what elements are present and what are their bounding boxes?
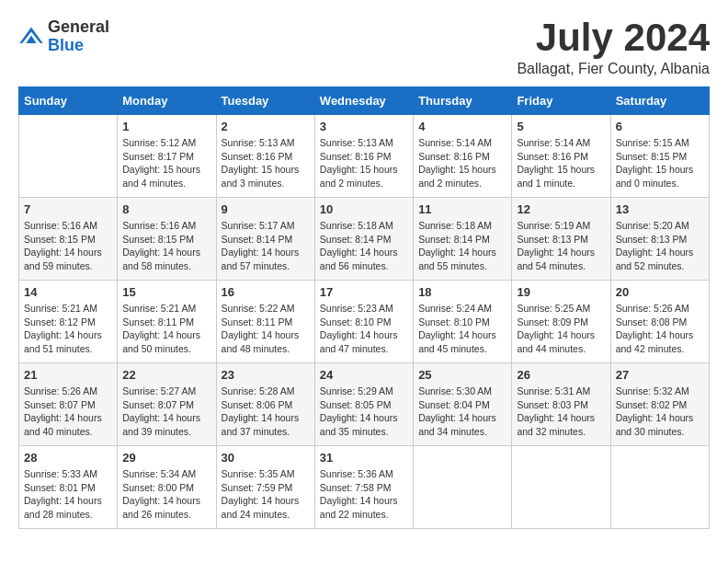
calendar-cell: 25Sunrise: 5:30 AMSunset: 8:04 PMDayligh… — [414, 363, 512, 446]
cell-line: and 40 minutes. — [24, 426, 93, 437]
calendar-cell — [414, 446, 512, 529]
cell-line: Daylight: 14 hours — [616, 412, 694, 423]
week-row-5: 28Sunrise: 5:33 AMSunset: 8:01 PMDayligh… — [19, 446, 710, 529]
calendar-header: SundayMondayTuesdayWednesdayThursdayFrid… — [19, 87, 710, 115]
cell-line: Daylight: 14 hours — [418, 412, 496, 423]
cell-line: Daylight: 14 hours — [517, 247, 595, 258]
day-number: 19 — [517, 285, 605, 299]
day-content: Sunrise: 5:17 AMSunset: 8:14 PMDaylight:… — [222, 219, 310, 273]
day-number: 10 — [320, 202, 408, 216]
calendar-cell: 24Sunrise: 5:29 AMSunset: 8:05 PMDayligh… — [314, 363, 413, 446]
cell-line: Sunrise: 5:28 AM — [222, 385, 295, 396]
day-content: Sunrise: 5:36 AMSunset: 7:58 PMDaylight:… — [320, 467, 408, 522]
day-content: Sunrise: 5:21 AMSunset: 8:12 PMDaylight:… — [24, 302, 112, 356]
cell-line: Daylight: 15 hours — [320, 164, 398, 175]
header-day-tuesday: Tuesday — [216, 87, 314, 115]
header-day-sunday: Sunday — [19, 87, 118, 115]
month-year-title: July 2024 — [517, 18, 710, 57]
cell-line: Daylight: 14 hours — [222, 495, 300, 506]
cell-line: Daylight: 14 hours — [616, 329, 694, 340]
cell-line: Sunrise: 5:26 AM — [24, 385, 97, 396]
header-day-monday: Monday — [118, 87, 216, 115]
calendar-cell: 4Sunrise: 5:14 AMSunset: 8:16 PMDaylight… — [414, 115, 512, 198]
calendar-cell: 11Sunrise: 5:18 AMSunset: 8:14 PMDayligh… — [414, 198, 512, 281]
day-number: 15 — [122, 285, 210, 299]
cell-line: Sunset: 8:11 PM — [122, 316, 194, 327]
cell-line: and 3 minutes. — [222, 178, 285, 189]
day-number: 16 — [222, 285, 310, 299]
cell-line: Daylight: 14 hours — [320, 495, 398, 506]
day-number: 25 — [418, 368, 506, 382]
header-day-friday: Friday — [512, 87, 610, 115]
cell-line: and 44 minutes. — [517, 343, 586, 354]
week-row-4: 21Sunrise: 5:26 AMSunset: 8:07 PMDayligh… — [19, 363, 710, 446]
day-content: Sunrise: 5:16 AMSunset: 8:15 PMDaylight:… — [24, 219, 112, 273]
header-day-wednesday: Wednesday — [314, 87, 413, 115]
cell-line: Sunrise: 5:18 AM — [418, 220, 492, 231]
calendar-cell: 27Sunrise: 5:32 AMSunset: 8:02 PMDayligh… — [610, 363, 709, 446]
day-content: Sunrise: 5:26 AMSunset: 8:07 PMDaylight:… — [24, 385, 112, 439]
cell-line: Sunset: 8:04 PM — [418, 399, 490, 410]
day-content: Sunrise: 5:23 AMSunset: 8:10 PMDaylight:… — [320, 302, 408, 356]
cell-line: Sunrise: 5:30 AM — [418, 385, 492, 396]
cell-line: Sunset: 8:09 PM — [517, 316, 588, 327]
cell-line: Sunset: 8:08 PM — [616, 316, 688, 327]
calendar-cell: 17Sunrise: 5:23 AMSunset: 8:10 PMDayligh… — [314, 281, 413, 363]
cell-line: and 57 minutes. — [222, 260, 290, 271]
cell-line: Sunrise: 5:18 AM — [320, 220, 393, 231]
logo-text: General Blue — [48, 18, 109, 55]
cell-line: Sunset: 8:16 PM — [418, 151, 490, 162]
cell-line: Sunset: 8:10 PM — [418, 316, 490, 327]
cell-line: Sunrise: 5:21 AM — [24, 303, 97, 314]
cell-line: and 4 minutes. — [122, 178, 186, 189]
cell-line: Sunrise: 5:22 AM — [222, 303, 295, 314]
cell-line: Sunset: 8:16 PM — [320, 151, 392, 162]
day-number: 4 — [418, 120, 506, 133]
cell-line: and 42 minutes. — [616, 343, 685, 354]
cell-line: Daylight: 14 hours — [122, 495, 200, 506]
cell-line: Sunset: 8:00 PM — [122, 482, 194, 493]
cell-line: Sunrise: 5:35 AM — [222, 468, 295, 479]
day-content: Sunrise: 5:34 AMSunset: 8:00 PMDaylight:… — [122, 467, 210, 522]
calendar-cell: 15Sunrise: 5:21 AMSunset: 8:11 PMDayligh… — [118, 281, 216, 363]
day-content: Sunrise: 5:30 AMSunset: 8:04 PMDaylight:… — [418, 385, 506, 439]
day-number: 9 — [222, 202, 310, 216]
day-content: Sunrise: 5:22 AMSunset: 8:11 PMDaylight:… — [222, 302, 310, 356]
cell-line: Daylight: 14 hours — [24, 247, 102, 258]
calendar-cell: 31Sunrise: 5:36 AMSunset: 7:58 PMDayligh… — [314, 446, 413, 529]
calendar-cell: 23Sunrise: 5:28 AMSunset: 8:06 PMDayligh… — [216, 363, 314, 446]
day-content: Sunrise: 5:16 AMSunset: 8:15 PMDaylight:… — [122, 219, 210, 273]
cell-line: Sunset: 8:15 PM — [24, 234, 96, 245]
cell-line: and 0 minutes. — [616, 178, 679, 189]
cell-line: Sunset: 8:07 PM — [122, 399, 194, 410]
cell-line: Sunset: 8:06 PM — [222, 399, 293, 410]
calendar-cell: 28Sunrise: 5:33 AMSunset: 8:01 PMDayligh… — [19, 446, 118, 529]
cell-line: Sunset: 8:13 PM — [517, 234, 588, 245]
day-content: Sunrise: 5:29 AMSunset: 8:05 PMDaylight:… — [320, 385, 408, 439]
cell-line: and 35 minutes. — [320, 426, 389, 437]
cell-line: Sunset: 8:14 PM — [320, 234, 392, 245]
location-subtitle: Ballagat, Fier County, Albania — [517, 61, 710, 77]
cell-line: Sunset: 7:58 PM — [320, 482, 392, 493]
calendar-body: 1Sunrise: 5:12 AMSunset: 8:17 PMDaylight… — [19, 115, 710, 529]
day-content: Sunrise: 5:18 AMSunset: 8:14 PMDaylight:… — [418, 219, 506, 273]
day-number: 14 — [24, 285, 112, 299]
day-number: 21 — [24, 368, 112, 382]
cell-line: Sunrise: 5:29 AM — [320, 385, 393, 396]
cell-line: Sunset: 8:14 PM — [418, 234, 490, 245]
cell-line: Daylight: 14 hours — [24, 495, 102, 506]
cell-line: Sunrise: 5:34 AM — [122, 468, 196, 479]
calendar-cell: 12Sunrise: 5:19 AMSunset: 8:13 PMDayligh… — [512, 198, 610, 281]
title-block: July 2024 Ballagat, Fier County, Albania — [517, 18, 710, 77]
cell-line: Daylight: 14 hours — [418, 329, 496, 340]
day-number: 12 — [517, 202, 605, 216]
cell-line: Sunset: 8:11 PM — [222, 316, 293, 327]
cell-line: and 2 minutes. — [320, 178, 383, 189]
day-number: 20 — [616, 285, 704, 299]
cell-line: Daylight: 14 hours — [616, 247, 694, 258]
cell-line: Daylight: 14 hours — [122, 247, 200, 258]
day-content: Sunrise: 5:24 AMSunset: 8:10 PMDaylight:… — [418, 302, 506, 356]
day-number: 26 — [517, 368, 605, 382]
day-number: 17 — [320, 285, 408, 299]
cell-line: and 37 minutes. — [222, 426, 290, 437]
